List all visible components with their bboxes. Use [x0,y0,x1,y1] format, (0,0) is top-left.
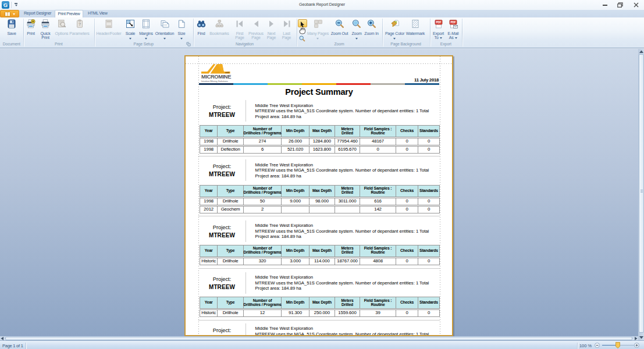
svg-text:?: ? [78,22,81,27]
svg-text:PDF: PDF [436,21,441,24]
svg-text:PDF: PDF [450,21,456,24]
